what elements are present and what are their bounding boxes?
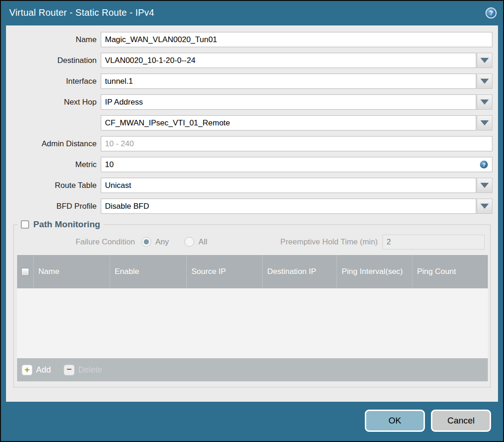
preemptive-hold-time-input[interactable]: [382, 235, 485, 249]
metric-input[interactable]: [101, 157, 492, 172]
radio-selected-dot: [144, 239, 149, 244]
route-table-row: Route Table: [6, 178, 498, 193]
column-header-destination-ip: Destination IP: [263, 255, 337, 288]
failure-condition-all-label: All: [198, 237, 207, 247]
path-monitoring-title: Path Monitoring: [33, 219, 100, 230]
select-all-checkbox[interactable]: [21, 268, 29, 276]
table-body-empty: [17, 288, 488, 358]
column-header-source-ip: Source IP: [187, 255, 263, 288]
table-action-bar: + Add − Delete: [17, 358, 488, 381]
next-hop-address-input[interactable]: [101, 115, 476, 131]
destination-row: Destination: [6, 53, 498, 68]
table-header: Name Enable Source IP Destination IP Pin…: [17, 255, 488, 288]
interface-input[interactable]: [101, 74, 476, 89]
bfd-profile-row: BFD Profile: [6, 199, 498, 214]
next-hop-type-dropdown-button[interactable]: [477, 94, 492, 110]
dialog-footer: OK Cancel: [1, 400, 503, 441]
dialog-title: Virtual Router - Static Route - IPv4: [9, 7, 486, 18]
chevron-down-icon: [480, 79, 489, 84]
next-hop-label: Next Hop: [6, 98, 101, 107]
path-monitoring-table: Name Enable Source IP Destination IP Pin…: [17, 255, 488, 381]
next-hop-type-input[interactable]: [101, 94, 476, 110]
destination-input[interactable]: [101, 53, 476, 68]
column-header-name: Name: [34, 255, 110, 288]
failure-condition-all-radio[interactable]: [184, 237, 194, 247]
cancel-button[interactable]: Cancel: [431, 410, 491, 432]
admin-distance-label: Admin Distance: [6, 139, 101, 149]
static-route-dialog: Virtual Router - Static Route - IPv4 ? N…: [0, 0, 504, 442]
admin-distance-input[interactable]: [101, 136, 492, 151]
add-button-label: Add: [36, 365, 51, 375]
name-row: Name: [6, 32, 498, 47]
path-monitoring-checkbox[interactable]: [21, 220, 29, 229]
chevron-down-icon: [480, 100, 489, 105]
chevron-down-icon: [480, 120, 489, 125]
route-table-input[interactable]: [101, 178, 476, 193]
admin-distance-row: Admin Distance: [6, 136, 498, 151]
minus-icon: −: [64, 365, 74, 375]
name-input[interactable]: [101, 32, 492, 47]
interface-dropdown-button[interactable]: [477, 74, 492, 89]
path-monitoring-legend: Path Monitoring: [18, 219, 104, 230]
failure-condition-any-label: Any: [155, 237, 169, 247]
metric-row: Metric ?: [6, 157, 498, 172]
plus-icon: +: [22, 365, 32, 375]
chevron-down-icon: [480, 183, 489, 188]
dialog-titlebar: Virtual Router - Static Route - IPv4 ?: [1, 1, 503, 25]
next-hop-address-dropdown-button[interactable]: [477, 115, 492, 131]
failure-condition-any-radio[interactable]: [141, 237, 151, 247]
add-button[interactable]: + Add: [22, 365, 51, 375]
metric-label: Metric: [6, 160, 101, 169]
column-header-ping-interval: Ping Interval(sec): [337, 255, 412, 288]
chevron-down-icon: [480, 204, 489, 209]
interface-row: Interface: [6, 74, 498, 89]
path-monitoring-section: Path Monitoring Failure Condition Any Al…: [13, 219, 491, 387]
route-table-label: Route Table: [6, 181, 101, 190]
bfd-profile-input[interactable]: [101, 199, 476, 214]
delete-button-label: Delete: [78, 365, 102, 375]
failure-condition-row: Failure Condition Any All Preemptive Hol…: [14, 234, 490, 249]
ok-button[interactable]: OK: [365, 410, 425, 432]
next-hop-row: Next Hop: [6, 94, 498, 110]
failure-condition-label: Failure Condition: [14, 237, 140, 247]
chevron-down-icon: [480, 58, 489, 63]
interface-label: Interface: [6, 77, 101, 86]
route-table-dropdown-button[interactable]: [477, 178, 492, 193]
bfd-profile-dropdown-button[interactable]: [477, 199, 492, 214]
destination-label: Destination: [6, 56, 101, 65]
metric-help-icon[interactable]: ?: [480, 161, 488, 168]
bfd-profile-label: BFD Profile: [6, 202, 101, 211]
column-header-ping-count: Ping Count: [412, 255, 488, 288]
help-icon[interactable]: ?: [486, 7, 497, 19]
next-hop-address-row: [6, 115, 498, 131]
dialog-body: Name Destination Interface: [6, 25, 498, 402]
destination-dropdown-button[interactable]: [477, 53, 492, 68]
name-label: Name: [6, 35, 101, 44]
column-header-enable: Enable: [110, 255, 187, 288]
preemptive-hold-time-label: Preemptive Hold Time (min): [280, 237, 382, 247]
delete-button[interactable]: − Delete: [64, 365, 102, 375]
